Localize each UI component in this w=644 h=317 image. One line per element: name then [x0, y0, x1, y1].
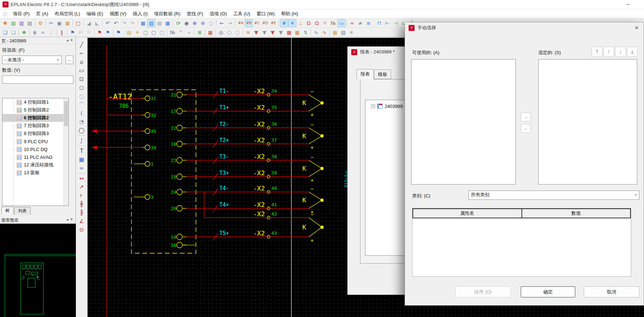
grid-a-icon[interactable]: #A [237, 19, 245, 27]
tree-item-page[interactable]: 8 控制回路3 [2, 130, 68, 137]
table-format-icon[interactable]: ▦ [331, 28, 339, 36]
filter-circle-icon[interactable]: ▼ [260, 28, 269, 36]
available-listbox[interactable] [411, 59, 516, 185]
grid-display-icon[interactable]: # [280, 19, 288, 27]
menu-item-u[interactable]: 工具 (U) [230, 10, 254, 18]
panel-close-icon[interactable]: ✕ [70, 38, 74, 42]
preview-collapse-icon[interactable]: ▴ [67, 217, 70, 221]
text-icon[interactable]: T [77, 147, 86, 155]
zoom-in-icon[interactable]: ⊕ [191, 19, 199, 27]
back-icon[interactable]: ← [218, 19, 226, 27]
zoom-out-icon[interactable]: ⊖ [199, 19, 207, 27]
transfer-left-button[interactable]: ← [521, 124, 531, 133]
tree-item-page[interactable]: 5 控制回路2 [2, 106, 68, 114]
format-brush-alt-icon[interactable]: ◣ [93, 19, 101, 27]
flag-skip-icon[interactable]: ⚐ [85, 28, 93, 36]
menu-item-a[interactable]: 页 (A) [33, 10, 51, 18]
polygon-icon[interactable]: ⌂ [77, 58, 86, 66]
filter-down-alt-icon[interactable]: ▼ [269, 28, 277, 36]
tree-item-page[interactable]: 7 控制回路3 [2, 122, 68, 130]
hatch-pattern-icon[interactable]: ▨ [339, 28, 347, 36]
magnet-icon[interactable]: Ω [305, 19, 313, 27]
property-table[interactable]: 属性名 数值 [412, 208, 631, 277]
number-12-icon[interactable]: ¹² [177, 28, 185, 36]
navigate-flag-icon[interactable]: ⚑ [68, 28, 77, 36]
hyperlink-icon[interactable]: ∞ [77, 164, 86, 172]
minimize-button[interactable]: ─ [622, 0, 634, 9]
flag-stop-icon[interactable]: ⚑ [95, 28, 104, 36]
t-node-alt-icon[interactable]: ⊣ [391, 19, 400, 27]
menu-item-l[interactable]: 布局空间 (L) [51, 10, 83, 18]
new-from-template-icon[interactable]: ✳ [133, 28, 141, 36]
cut-icon[interactable]: ✂ [47, 19, 55, 27]
report-dialog-tab-1[interactable]: 模板 [374, 69, 391, 79]
increment-numbering-icon[interactable]: № [329, 19, 337, 27]
window-import-icon[interactable]: ❏ [9, 28, 17, 36]
select-connected-icon[interactable]: ◌ [233, 28, 242, 36]
page-copy-icon[interactable]: ▢ [158, 28, 166, 36]
page-navigator-icon[interactable]: ▤ [155, 19, 163, 27]
navigator-tab-list[interactable]: 列表 [14, 207, 31, 215]
wire-junction-c-icon[interactable]: ≅ [364, 19, 373, 27]
redo-icon[interactable]: ↷ [120, 19, 128, 27]
undo-icon[interactable]: ↶ [104, 19, 112, 27]
sector-icon[interactable]: ◔ [77, 118, 86, 126]
workbook-icon[interactable]: ▦ [139, 19, 147, 27]
dimension-icon[interactable]: ↔ [77, 174, 86, 183]
menu-item-w[interactable]: 窗口 (W) [254, 10, 278, 18]
tree-item-page[interactable]: 12 液压站接线 [2, 161, 68, 169]
wire-junction-a-icon[interactable]: ≂ [348, 19, 356, 27]
symbol-multiline-icon[interactable]: ⋕ [31, 28, 39, 36]
settings-wrench-icon[interactable]: ⚙ [36, 19, 45, 27]
plug-symbol-icon[interactable]: ⊓ [375, 19, 383, 27]
device-connections-icon[interactable]: ‖ [58, 28, 66, 36]
circle-by-points-icon[interactable]: ◌ [77, 92, 86, 100]
graphical-preview-icon[interactable]: ▧ [147, 19, 155, 27]
value-input[interactable] [2, 76, 73, 84]
redraw-icon[interactable]: ⟳ [174, 19, 182, 27]
cable-colors-icon[interactable]: ≋ [244, 28, 252, 36]
grid-d-icon[interactable]: #D [261, 19, 269, 27]
circle-icon[interactable]: ○ [77, 83, 86, 92]
dimension-continued-icon[interactable]: ⊦ [77, 191, 86, 200]
property-name-header[interactable]: 属性名 [413, 209, 522, 218]
device-sort-icon[interactable]: ≣ [196, 28, 204, 36]
ok-button[interactable]: 确定 [521, 286, 575, 297]
wire-junction-b-icon[interactable]: ≄ [356, 19, 364, 27]
selected-listbox[interactable] [538, 59, 637, 185]
filter-circle-alt-icon[interactable]: ▼ [277, 28, 285, 36]
panel-collapse-icon[interactable]: ▴ [67, 38, 70, 42]
flag-jump-icon[interactable]: ⚑ [104, 28, 112, 36]
arc-icon[interactable]: ⌒ [77, 100, 86, 109]
move-top-button[interactable]: ⤒ [592, 47, 602, 57]
connection-symbols-icon[interactable]: ⌗ [321, 19, 329, 27]
tree-item-page[interactable]: 13 面板 [2, 169, 68, 177]
dimension-baseline-icon[interactable]: ╫ [77, 200, 86, 208]
transfer-right-button[interactable]: → [521, 113, 531, 121]
flag-dot-icon[interactable]: ⚑ [114, 28, 123, 36]
grid-e-icon[interactable]: #E [269, 19, 277, 27]
tree-scrollbar[interactable] [63, 98, 68, 206]
tree-item-page[interactable]: 6 控制回路2 [2, 114, 68, 122]
move-up-button[interactable]: ↑ [603, 47, 614, 57]
filter-more-button[interactable]: ... [66, 56, 73, 64]
curve-tool-icon[interactable]: ∿ [312, 28, 320, 36]
menu-item-e[interactable]: 编辑 (E) [83, 10, 107, 18]
navigator-tab-tree[interactable]: 树 [1, 207, 14, 214]
filter-down-icon[interactable]: ▼ [252, 28, 260, 36]
close-icon[interactable]: ✕ [633, 25, 640, 32]
window-export-icon[interactable]: ❏ [1, 28, 9, 36]
redo-list-icon[interactable]: ↷ [128, 19, 136, 27]
tree-item-page[interactable]: 10 PLC DQ [2, 145, 68, 153]
number-123-icon[interactable]: № [168, 28, 177, 36]
flag-next-icon[interactable]: ⚐ [77, 28, 85, 36]
move-down-button[interactable]: ↓ [615, 47, 626, 57]
new-project-icon[interactable]: ✱ [1, 19, 9, 27]
rectangle-by-center-icon[interactable]: ⊡ [77, 75, 86, 83]
layer-table-icon[interactable]: ▦ [163, 19, 172, 27]
menu-item-i[interactable]: 插入 (I) [130, 10, 151, 18]
tree-item-page[interactable]: 9 PLC CPU [2, 137, 68, 145]
line-icon[interactable]: ╱ [77, 41, 86, 49]
snap-to-grid-icon[interactable]: ✳ [288, 19, 296, 27]
magnet-move-icon[interactable]: Ω [313, 19, 321, 27]
